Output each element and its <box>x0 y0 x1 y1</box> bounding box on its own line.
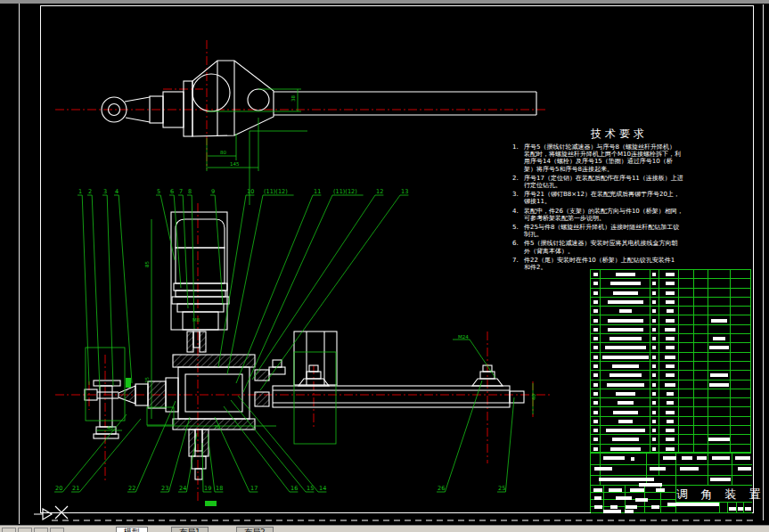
title-block-text <box>680 467 699 471</box>
top-view <box>102 61 536 136</box>
svg-text:21: 21 <box>72 485 79 492</box>
title-block-text <box>697 456 707 460</box>
bracket <box>192 61 274 136</box>
svg-text:5: 5 <box>157 188 160 195</box>
title-block-line <box>591 464 752 465</box>
bom-row <box>591 398 750 407</box>
svg-text:40: 40 <box>107 425 113 430</box>
bom-row <box>591 381 750 389</box>
svg-text:2: 2 <box>88 188 92 195</box>
upper-bracket <box>294 331 337 385</box>
bom-row <box>591 362 750 371</box>
title-block-text <box>603 456 625 460</box>
title-block-line <box>659 454 659 475</box>
title-block-text <box>625 510 634 513</box>
svg-text:145: 145 <box>230 161 240 167</box>
bom-row <box>591 389 750 398</box>
bom-row <box>591 279 750 288</box>
direction-arrow <box>34 509 52 520</box>
svg-text:85: 85 <box>144 261 150 267</box>
svg-text:M24: M24 <box>458 334 469 340</box>
layout-tab-bar[interactable]: 模型布局1布局2 <box>0 525 769 532</box>
green-marker <box>205 501 217 506</box>
title-block-text <box>729 507 736 511</box>
title-block-text <box>631 457 634 461</box>
title-block-text <box>630 488 644 492</box>
cone <box>119 386 135 404</box>
bom-row <box>591 298 750 307</box>
svg-text:M8: M8 <box>192 317 200 323</box>
svg-text:18: 18 <box>216 485 223 492</box>
title-block-text <box>610 505 618 509</box>
title-block-text <box>593 488 602 492</box>
stand-top <box>94 381 120 386</box>
bom-row <box>591 325 750 334</box>
title-block-line <box>719 502 720 513</box>
svg-text:26: 26 <box>438 485 445 492</box>
tab-nav-buttons[interactable] <box>2 528 64 532</box>
svg-text:25: 25 <box>498 485 505 492</box>
svg-text:70: 70 <box>214 424 220 430</box>
bom-row <box>591 289 750 298</box>
bracket-hole <box>248 89 269 110</box>
motor-body <box>176 248 225 283</box>
title-block-text <box>594 496 601 500</box>
tech-title: 技术要求 <box>544 127 695 142</box>
cad-viewport[interactable]: 12345678910(11)(12)11(11)(12)12132021222… <box>0 0 769 532</box>
svg-text:(11)(12): (11)(12) <box>264 188 288 195</box>
title-block-text <box>650 467 666 471</box>
svg-text:10: 10 <box>247 188 254 195</box>
bom-row <box>591 371 750 380</box>
svg-text:3: 3 <box>103 188 107 195</box>
svg-text:7: 7 <box>179 188 183 195</box>
bracket-bore <box>192 74 230 111</box>
svg-text:13: 13 <box>401 188 408 195</box>
layout-tab-模型[interactable]: 模型 <box>116 527 148 532</box>
title-block-text <box>667 503 719 506</box>
svg-text:25: 25 <box>144 377 150 383</box>
tech-item: 4.装配中，件26（支架）的装配方向与件10（桥架）相同，可参考桥架装配第一步说… <box>512 208 760 222</box>
tech-item: 5.件25与件8（螺旋丝杆升降机）连接时随丝杆配钻加工铰制孔。 <box>512 224 760 238</box>
svg-text:4: 4 <box>115 188 119 195</box>
bom-row <box>591 408 750 417</box>
title-block-text <box>738 507 743 511</box>
technical-requirements: 技术要求 1.序号5（摆线针轮减速器）与序号8（螺旋丝杆升降机）装配时，将螺旋丝… <box>512 127 760 271</box>
layout-tab-布局2[interactable]: 布局2 <box>236 527 274 532</box>
long-rod <box>274 92 536 115</box>
datum-symbols <box>34 506 68 520</box>
tech-item: 6.件5（摆线针轮减速器）安装时应将其电机接线盒方向朝外（背离本体）。 <box>512 240 760 254</box>
bom-row <box>591 353 750 362</box>
svg-text:9: 9 <box>211 188 215 195</box>
svg-text:40: 40 <box>531 394 536 400</box>
bom-row <box>591 343 750 352</box>
parts-list-table <box>590 269 751 453</box>
title-block-line <box>591 485 752 486</box>
title-block-text <box>626 505 637 509</box>
title-block-text <box>603 510 621 513</box>
svg-text:24: 24 <box>179 485 186 492</box>
title-block-text <box>594 467 612 471</box>
title-block-text <box>635 498 648 502</box>
bom-row <box>591 270 750 279</box>
title-block-text <box>735 456 750 460</box>
title-block-text <box>738 467 751 471</box>
svg-text:1: 1 <box>78 188 82 195</box>
beam-end <box>510 391 524 403</box>
svg-text:14: 14 <box>319 485 326 492</box>
svg-text:20: 20 <box>55 485 62 492</box>
title-block-line <box>591 475 752 476</box>
title-block-text <box>663 456 676 460</box>
title-block-line <box>736 502 737 513</box>
svg-text:12: 12 <box>376 188 383 195</box>
bom-row <box>591 417 750 426</box>
part-callouts: 12345678910(11)(12)11(11)(12)12132021222… <box>54 188 514 492</box>
layout-tab-布局1[interactable]: 布局1 <box>171 527 209 532</box>
title-block-text <box>710 478 731 481</box>
title-block-line <box>727 502 728 513</box>
svg-text:6: 6 <box>170 188 174 195</box>
bom-row <box>591 316 750 325</box>
bom-row <box>591 307 750 315</box>
tech-item: 1.序号5（摆线针轮减速器）与序号8（螺旋丝杆升降机）装配时，将螺旋丝杆升降机上… <box>512 143 760 173</box>
title-block-text <box>656 488 665 492</box>
svg-text:16: 16 <box>290 485 298 492</box>
